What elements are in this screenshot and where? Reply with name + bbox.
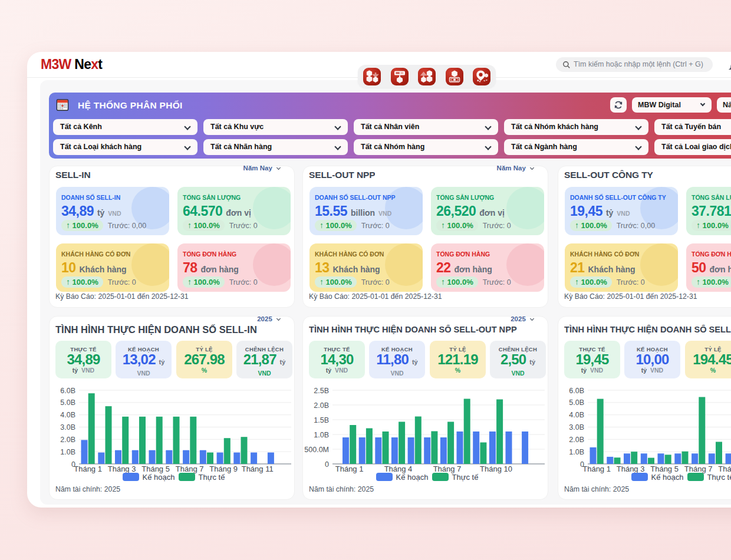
svg-text:5.0B: 5.0B — [60, 398, 75, 407]
svg-text:6.0B: 6.0B — [569, 387, 584, 395]
svg-text:Tháng 9: Tháng 9 — [718, 465, 731, 473]
svg-text:5.0B: 5.0B — [569, 398, 584, 407]
svg-text:Tháng 7: Tháng 7 — [684, 465, 713, 473]
svg-text:2.0B: 2.0B — [314, 401, 329, 410]
svg-text:Tháng 9: Tháng 9 — [209, 465, 238, 473]
svg-text:Tháng 1: Tháng 1 — [335, 465, 364, 473]
svg-text:1.0B: 1.0B — [60, 448, 75, 456]
svg-text:Tháng 5: Tháng 5 — [650, 465, 679, 473]
svg-text:2.0B: 2.0B — [569, 436, 584, 444]
svg-text:0: 0 — [325, 460, 329, 469]
svg-text:4.0B: 4.0B — [569, 411, 584, 419]
svg-text:2.0B: 2.0B — [60, 436, 75, 444]
svg-text:3.0B: 3.0B — [569, 423, 584, 431]
svg-text:3.0B: 3.0B — [60, 423, 75, 431]
svg-text:Tháng 7: Tháng 7 — [176, 465, 204, 473]
svg-text:Tháng 1: Tháng 1 — [74, 465, 102, 473]
svg-text:Tháng 11: Tháng 11 — [242, 465, 274, 473]
svg-text:Tháng 10: Tháng 10 — [480, 465, 512, 473]
svg-text:1.0B: 1.0B — [314, 431, 329, 439]
svg-text:Tháng 5: Tháng 5 — [141, 465, 170, 473]
svg-text:Tháng 3: Tháng 3 — [108, 465, 136, 473]
svg-text:Tháng 7: Tháng 7 — [433, 465, 462, 473]
svg-text:Tháng 1: Tháng 1 — [582, 465, 611, 473]
svg-text:4.0B: 4.0B — [60, 411, 75, 419]
svg-text:Tháng 4: Tháng 4 — [384, 465, 413, 473]
svg-text:500.0M: 500.0M — [304, 446, 329, 454]
svg-text:6.0B: 6.0B — [60, 387, 75, 395]
svg-text:Tháng 3: Tháng 3 — [617, 465, 645, 473]
svg-text:1.5B: 1.5B — [314, 416, 329, 424]
svg-text:2.5B: 2.5B — [314, 387, 329, 395]
svg-text:1.0B: 1.0B — [569, 448, 584, 456]
